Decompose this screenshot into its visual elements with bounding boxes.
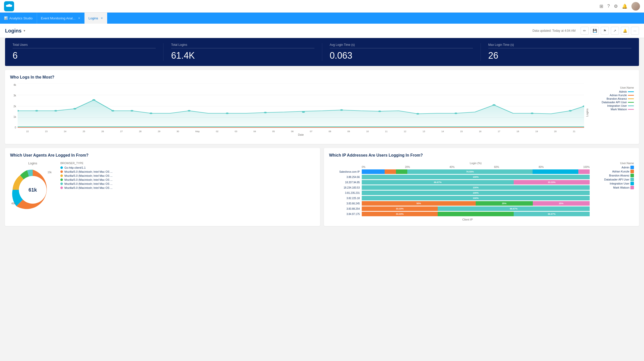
sf-seg-admin [362, 169, 385, 174]
svg-point-22 [340, 109, 343, 111]
donut-legend-mozilla2: Mozilla/5.0 (Macintosh; Intel Mac OS ... [60, 174, 315, 177]
38497-seg2 [438, 212, 514, 216]
mozilla4-color [60, 183, 63, 185]
tab-event-monitoring[interactable]: Event Monitoring Anal... ✕ [37, 13, 85, 24]
legend-admin: Admin [591, 90, 634, 93]
page-title: Logins [5, 28, 22, 34]
settings-icon[interactable]: ⚙ [614, 4, 618, 9]
bar-label-382: 3.82.225.18 [329, 197, 362, 200]
bell-icon[interactable]: 🔔 [622, 4, 627, 9]
tab-analytics-studio[interactable]: 📊 Analytics Studio [0, 13, 37, 24]
notify-button[interactable]: 🔔 [621, 27, 629, 35]
kpi-avg-login-label: Avg Login Time (s) [330, 43, 473, 48]
analytics-icon: 📊 [4, 16, 8, 20]
top-navigation: ⊞ ? ⚙ 🔔 [0, 0, 644, 13]
bar-chart-card: Which IP Addresses Are Users Logging In … [324, 148, 639, 226]
mozilla3-label: Mozilla/5.0 (Macintosh; Intel Mac OS ... [64, 178, 112, 181]
svg-point-20 [264, 112, 267, 113]
donut-section: Logins [10, 162, 55, 212]
tab-close-logins[interactable]: ✕ [101, 17, 103, 20]
bar-legend-title: User.Name [594, 162, 634, 165]
go-http-label: Go-http-client/1.1 [64, 166, 86, 169]
y-tick-0: 0 [15, 126, 16, 129]
18207-seg1: 66.67% [362, 180, 514, 185]
y-tick-3k: 3k [13, 94, 16, 97]
donut-container: 61k 15k 46k [10, 167, 55, 212]
18234-seg: 100% [362, 185, 590, 190]
sf-seg-int [533, 169, 578, 174]
x-axis-title: Date [18, 133, 584, 136]
tab-logins[interactable]: Logins ✕ [85, 13, 107, 24]
page-header: Logins ▾ Data updated: Today at 4:04 AM … [0, 24, 644, 38]
save-button[interactable]: 💾 [591, 27, 599, 35]
svg-point-26 [493, 104, 496, 106]
avatar[interactable] [631, 2, 640, 11]
bar-chart-legend: User.Name Admin Adrian Kunzle Brandon Al… [594, 162, 634, 221]
donut-legend-mozilla4: Mozilla/5.0 (Macintosh; Intel Mac OS ... [60, 182, 315, 185]
svg-point-15 [111, 110, 114, 112]
legend-adrian-color [628, 95, 634, 96]
legend-mark-color [628, 109, 634, 110]
donut-center-value: 61k [28, 187, 37, 193]
tab-bar: 📊 Analytics Studio Event Monitoring Anal… [0, 13, 644, 24]
svg-point-27 [531, 113, 534, 114]
salesforce-logo[interactable] [4, 1, 14, 11]
bar-legend-integration: Integration User [594, 182, 634, 185]
donut-legend-go-http: Go-http-client/1.1 [60, 166, 315, 169]
donut-title-label: Logins [10, 162, 55, 165]
x-label-03: 03 [235, 130, 237, 133]
mozilla5-color [60, 187, 63, 189]
x-label-09: 09 [347, 130, 350, 133]
x-label-18: 18 [516, 130, 519, 133]
grid-icon[interactable]: ⊞ [599, 4, 603, 9]
legend-dataloader-color [628, 102, 634, 103]
18207-seg2: 33.33% [514, 180, 590, 185]
legend-dataloader-label: Dataloader API User [602, 101, 627, 104]
kpi-max-login-value: 26 [488, 50, 631, 61]
browser-type-label: BROWSER_TYPE [60, 162, 315, 165]
tab-close-event[interactable]: ✕ [78, 17, 80, 20]
x-label-13: 13 [423, 130, 425, 133]
bar-row-388: 3.88.254.66 100% [329, 175, 590, 179]
x-label-11: 11 [385, 130, 387, 133]
title-dropdown-arrow[interactable]: ▾ [24, 29, 25, 32]
edit-button[interactable]: ✏ [581, 27, 589, 35]
x-label-10: 10 [366, 130, 369, 133]
383-seg2: 25% [476, 201, 533, 206]
legend-admin-label: Admin [619, 90, 627, 93]
share-button[interactable]: ↗ [611, 27, 619, 35]
sf-seg-brandon [396, 169, 407, 174]
kpi-total-users-value: 6 [13, 50, 156, 61]
legend-admin-color [628, 91, 634, 92]
bar-x-axis-title: Login (%) [362, 162, 590, 165]
svg-point-14 [92, 99, 95, 101]
legend-adrian: Adrian Kunzle [591, 94, 634, 97]
x-pct-40: 40% [450, 166, 455, 168]
bar-legend-brandon: Brandon Alvarez [594, 174, 634, 177]
x-label-20: 20 [554, 130, 557, 133]
kpi-total-logins-value: 61.4K [171, 50, 314, 61]
legend-adrian-label: Adrian Kunzle [610, 94, 627, 97]
38388-seg2: 66.67% [438, 206, 590, 211]
svg-point-11 [35, 110, 38, 112]
bar-legend-integration-color [630, 182, 634, 185]
kpi-total-users: Total Users 6 [13, 43, 164, 61]
x-pct-100: 100% [583, 166, 590, 168]
legend-integration: Integration User [591, 104, 634, 107]
x-label-23: 23 [45, 130, 48, 133]
flag-button[interactable]: ⚑ [601, 27, 609, 35]
bar-row-18207: 18.207.94.85 66.67% 33.33% [329, 180, 590, 185]
legend-integration-color [628, 105, 634, 106]
x-label-25: 25 [83, 130, 85, 133]
kpi-avg-login-value: 0.063 [330, 50, 473, 61]
line-chart-legend: User.Name Admin Adrian Kunzle Brandon Al… [591, 84, 634, 139]
help-icon[interactable]: ? [607, 4, 610, 9]
x-pct-80: 80% [539, 166, 544, 168]
bar-label-18234: 18.234.183.53 [329, 186, 362, 189]
bar-y-label: Client IP [329, 218, 590, 221]
header-actions: Data updated: Today at 4:04 AM ✏ 💾 ⚑ ↗ 🔔… [533, 27, 639, 35]
38497-seg3: 66.67% [514, 212, 590, 216]
more-button[interactable]: ··· [631, 27, 639, 35]
bar-row-38388: 3.83.88.254 33.33% 66.67% [329, 206, 590, 211]
x-label-16: 16 [479, 130, 481, 133]
